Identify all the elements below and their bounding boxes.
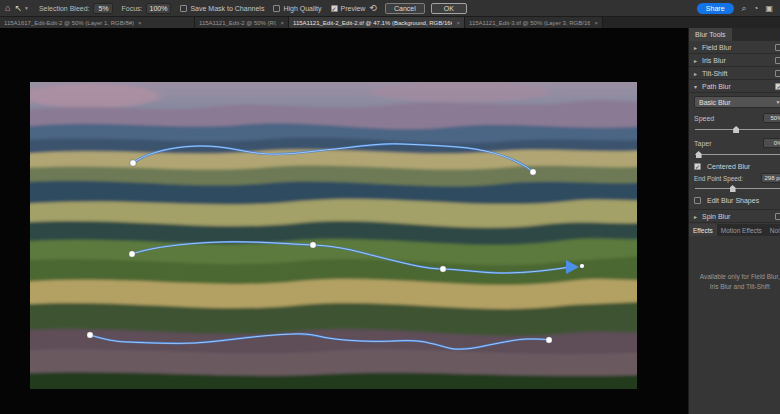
speed-value[interactable]: 50%: [763, 113, 780, 123]
blur-type-dropdown[interactable]: Basic Blur ▼: [694, 96, 780, 108]
chevron-down-icon[interactable]: ▾: [694, 83, 702, 90]
tab-document-3-active[interactable]: 115A1121_Edit-2_Edit-2.tif @ 47.1% (Back…: [289, 17, 465, 28]
selection-bleed-label: Selection Bleed:: [39, 5, 90, 12]
preview-checkbox-group[interactable]: ✓ Preview: [331, 5, 366, 12]
tool-row-iris-blur[interactable]: ▸ Iris Blur: [689, 54, 780, 67]
tool-row-path-blur[interactable]: ▾ Path Blur ✓: [689, 80, 780, 93]
close-icon[interactable]: ×: [138, 20, 142, 26]
effects-message-line1: Available only for Field Blur,: [689, 272, 780, 282]
spin-blur-checkbox[interactable]: [775, 213, 780, 220]
tab-document-2[interactable]: 115A1121_Edit-2 @ 50% (RGB/16#) ×: [195, 17, 289, 28]
chevron-right-icon[interactable]: ▸: [694, 70, 702, 77]
canvas-area[interactable]: [0, 28, 688, 414]
panel-title-tab[interactable]: Blur Tools: [689, 28, 732, 41]
blur-tool-button[interactable]: ↖ ▼: [14, 4, 29, 13]
chevron-right-icon[interactable]: ▸: [694, 213, 702, 220]
high-quality-checkbox[interactable]: [273, 5, 280, 12]
blur-tool-icon: ↖: [14, 4, 22, 13]
workspace-icon[interactable]: ▣: [765, 4, 773, 13]
end-point-speed-label: End Point Speed:: [694, 175, 743, 182]
tool-row-field-blur[interactable]: ▸ Field Blur: [689, 41, 780, 54]
close-icon[interactable]: ×: [456, 20, 460, 26]
save-mask-checkbox[interactable]: [180, 5, 187, 12]
tab-effects[interactable]: Effects: [689, 224, 717, 236]
cancel-button[interactable]: Cancel: [385, 3, 425, 14]
reset-icon[interactable]: ⟲: [369, 3, 377, 13]
tab-document-1[interactable]: 115A1617_Edit-Edit-2 @ 50% (Layer 1, RGB…: [0, 17, 195, 28]
blur-type-value: Basic Blur: [699, 99, 731, 106]
tab-label: 115A1121_Edit-2 @ 50% (RGB/16#): [199, 20, 276, 26]
hills-illustration: [30, 82, 637, 389]
tab-label: 115A1121_Edit-3.tif @ 50% (Layer 3, RGB/…: [469, 20, 590, 26]
taper-slider-handle[interactable]: [696, 151, 702, 158]
panel-collapse-icon[interactable]: ▣: [776, 28, 780, 41]
photoshop-window: ⌂ ↖ ▼ Selection Bleed: 5% Focus: 100% Sa…: [0, 0, 780, 414]
focus-label: Focus:: [122, 5, 143, 12]
edit-blur-shapes-row[interactable]: Edit Blur Shapes: [694, 197, 780, 204]
document-tab-bar: 115A1617_Edit-Edit-2 @ 50% (Layer 1, RGB…: [0, 17, 780, 28]
blur-tools-panel: Blur Tools ▣ ▸ Field Blur ▸ Iris Blur ▸ …: [688, 28, 780, 414]
centered-blur-checkbox[interactable]: ✓: [694, 163, 701, 170]
edit-blur-shapes-label: Edit Blur Shapes: [707, 197, 759, 204]
share-button[interactable]: Share: [697, 3, 734, 14]
taper-slider[interactable]: [695, 150, 780, 159]
home-icon[interactable]: ⌂: [5, 4, 10, 13]
end-point-speed-slider[interactable]: [695, 184, 780, 193]
effects-message-line2: Iris Blur and Tilt-Shift: [689, 282, 780, 292]
preview-checkbox[interactable]: ✓: [331, 5, 338, 12]
end-point-speed-slider-handle[interactable]: [730, 185, 736, 192]
speed-label: Speed: [694, 115, 714, 122]
tilt-shift-checkbox[interactable]: [775, 70, 780, 77]
tab-label: 115A1121_Edit-2_Edit-2.tif @ 47.1% (Back…: [293, 20, 452, 26]
preview-label: Preview: [341, 5, 366, 12]
ok-button[interactable]: OK: [431, 3, 467, 14]
tab-label: 115A1617_Edit-Edit-2 @ 50% (Layer 1, RGB…: [4, 20, 134, 26]
chevron-right-icon[interactable]: ▸: [694, 57, 702, 64]
chevron-down-icon: ▼: [24, 5, 29, 11]
tab-document-4[interactable]: 115A1121_Edit-3.tif @ 50% (Layer 3, RGB/…: [465, 17, 603, 28]
tab-noise[interactable]: Noise: [766, 224, 780, 236]
high-quality-checkbox-group[interactable]: High Quality: [273, 5, 321, 12]
taper-value[interactable]: 0%: [763, 138, 780, 148]
taper-label: Taper: [694, 140, 712, 147]
close-icon[interactable]: ×: [594, 20, 598, 26]
selection-bleed-value[interactable]: 5%: [93, 3, 113, 14]
chevron-right-icon[interactable]: ▸: [694, 44, 702, 51]
path-blur-checkbox[interactable]: ✓: [775, 83, 780, 90]
close-icon[interactable]: ×: [280, 20, 284, 26]
panel-header: Blur Tools ▣: [689, 28, 780, 41]
search-icon[interactable]: ⌕: [742, 3, 747, 14]
centered-blur-row[interactable]: ✓ Centered Blur: [694, 163, 780, 170]
spin-blur-label: Spin Blur: [702, 213, 775, 220]
end-point-speed-value[interactable]: 298 px: [761, 173, 780, 183]
tilt-shift-label: Tilt-Shift: [702, 70, 775, 77]
tab-motion-effects[interactable]: Motion Effects: [717, 224, 766, 236]
high-quality-label: High Quality: [283, 5, 321, 12]
field-blur-label: Field Blur: [702, 44, 775, 51]
focus-value[interactable]: 100%: [146, 3, 172, 14]
field-blur-checkbox[interactable]: [775, 44, 780, 51]
effects-panel-body: Available only for Field Blur, Iris Blur…: [689, 236, 780, 414]
save-mask-label: Save Mask to Channels: [190, 5, 264, 12]
effects-panel-tabs: Effects Motion Effects Noise: [689, 224, 780, 236]
centered-blur-label: Centered Blur: [707, 163, 750, 170]
iris-blur-label: Iris Blur: [702, 57, 775, 64]
tool-row-spin-blur[interactable]: ▸ Spin Blur: [689, 210, 780, 223]
chevron-down-icon: ▼: [776, 99, 780, 105]
options-bar: ⌂ ↖ ▼ Selection Bleed: 5% Focus: 100% Sa…: [0, 0, 780, 17]
path-blur-label: Path Blur: [702, 83, 775, 90]
iris-blur-checkbox[interactable]: [775, 57, 780, 64]
help-icon[interactable]: ◔: [754, 4, 759, 13]
photo-document[interactable]: [30, 82, 637, 389]
path-blur-options: Basic Blur ▼ Speed 50% Taper 0%: [689, 93, 780, 210]
save-mask-checkbox-group[interactable]: Save Mask to Channels: [180, 5, 264, 12]
speed-slider-handle[interactable]: [733, 126, 739, 133]
tool-row-tilt-shift[interactable]: ▸ Tilt-Shift: [689, 67, 780, 80]
edit-blur-shapes-checkbox[interactable]: [694, 197, 701, 204]
speed-slider[interactable]: [695, 125, 780, 134]
